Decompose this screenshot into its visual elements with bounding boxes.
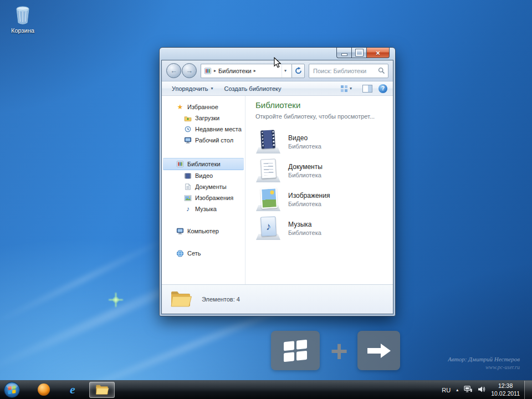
library-item-music[interactable]: ♪ Музыка Библиотека — [255, 214, 386, 243]
sidebar-label: Загрузки — [195, 115, 219, 121]
window-client-area: ← → ▸ Библиотеки ▸ ▾ — [161, 60, 393, 314]
help-button[interactable]: ? — [378, 84, 387, 93]
explorer-window: × ← → ▸ Библиотеки ▸ ▾ — [159, 47, 396, 316]
sidebar-label: Библиотеки — [187, 161, 221, 167]
forward-button[interactable]: → — [182, 63, 197, 78]
library-kind: Библиотека — [288, 201, 330, 207]
wallpaper-sparkle — [109, 293, 123, 307]
downloads-folder-icon — [184, 115, 192, 121]
watermark: Автор: Дмитрий Нестеров www.pc-user.ru — [448, 355, 520, 371]
sidebar-item-recent-places[interactable]: Недавние места — [162, 124, 245, 135]
taskbar: e RU ▴ 12:38 — [0, 380, 532, 399]
maximize-button[interactable] — [352, 48, 367, 58]
search-box[interactable] — [309, 64, 388, 78]
star-icon: ★ — [176, 104, 184, 110]
library-kind: Библиотека — [288, 172, 323, 178]
plus-sign-hint: + — [324, 332, 354, 369]
sidebar-item-favorites[interactable]: ★ Избранное — [162, 101, 245, 112]
address-dropdown-button[interactable]: ▾ — [282, 64, 289, 78]
sidebar-item-videos[interactable]: Видео — [162, 170, 245, 181]
sidebar-label: Музыка — [195, 206, 217, 212]
windows-start-icon — [3, 381, 21, 398]
sidebar-item-desktop[interactable]: Рабочий стол — [162, 135, 245, 146]
clock[interactable]: 12:38 10.02.2011 — [491, 382, 520, 397]
win-key-hint — [271, 331, 320, 370]
breadcrumb-separator-icon[interactable]: ▸ — [254, 68, 256, 73]
organize-button[interactable]: Упорядочить ▾ — [167, 84, 217, 94]
folder-icon — [95, 384, 109, 396]
close-icon: × — [376, 49, 380, 57]
library-item-documents[interactable]: Документы Библиотека — [255, 156, 386, 185]
organize-label: Упорядочить — [172, 85, 208, 92]
music-library-icon: ♪ — [255, 216, 281, 241]
clock-time: 12:38 — [491, 382, 520, 390]
network-globe-icon — [176, 250, 184, 257]
language-indicator[interactable]: RU — [442, 387, 451, 393]
sidebar-label: Изображения — [195, 195, 233, 201]
new-library-button[interactable]: Создать библиотеку — [219, 84, 285, 94]
sidebar-item-network[interactable]: Сеть — [162, 248, 245, 259]
content-pane: Библиотеки Откройте библиотеку, чтобы пр… — [245, 96, 393, 284]
minimize-button[interactable] — [336, 48, 352, 58]
sidebar-item-libraries[interactable]: Библиотеки — [163, 158, 244, 170]
video-library-icon — [255, 130, 281, 154]
breadcrumb-separator-icon: ▸ — [214, 68, 216, 73]
back-button[interactable]: ← — [166, 63, 181, 78]
taskbar-explorer-button[interactable] — [89, 382, 115, 398]
library-name: Музыка — [288, 221, 321, 228]
network-tray-icon[interactable] — [464, 386, 472, 394]
computer-icon — [176, 228, 184, 234]
sidebar-item-pictures[interactable]: Изображения — [162, 192, 245, 203]
watermark-site: www.pc-user.ru — [448, 364, 520, 371]
new-library-label: Создать библиотеку — [224, 85, 281, 92]
library-item-pictures[interactable]: Изображения Библиотека — [255, 185, 386, 214]
volume-tray-icon[interactable] — [478, 386, 485, 394]
start-button[interactable] — [3, 381, 21, 398]
change-view-button[interactable]: ▾ — [336, 84, 356, 94]
folder-icon — [170, 290, 192, 309]
breadcrumb-libraries[interactable]: Библиотеки — [218, 68, 252, 74]
mouse-cursor — [274, 57, 282, 69]
sidebar-item-documents[interactable]: Документы — [162, 181, 245, 192]
watermark-author: Автор: Дмитрий Нестеров — [448, 355, 520, 364]
recycle-bin-desktop-icon[interactable]: Корзина — [7, 4, 39, 34]
refresh-button[interactable] — [291, 64, 305, 78]
sidebar-item-downloads[interactable]: Загрузки — [162, 112, 245, 124]
sidebar-label: Сеть — [187, 250, 201, 257]
details-pane: Элементов: 4 — [162, 284, 393, 314]
close-button[interactable]: × — [367, 48, 390, 58]
preview-pane-button[interactable] — [362, 85, 372, 93]
sidebar-label: Недавние места — [195, 126, 242, 132]
help-icon: ? — [381, 85, 385, 91]
sidebar-label: Рабочий стол — [195, 137, 233, 144]
minimize-icon — [341, 53, 347, 56]
library-name: Документы — [288, 163, 323, 171]
library-item-video[interactable]: Видео Библиотека — [255, 127, 386, 156]
sidebar-item-music[interactable]: ♪ Музыка — [162, 203, 245, 214]
document-icon — [184, 183, 192, 190]
refresh-icon — [295, 67, 302, 74]
libraries-icon — [204, 68, 212, 74]
system-tray: RU ▴ 12:38 10.02.2011 — [442, 382, 532, 397]
documents-library-icon — [255, 158, 281, 183]
show-desktop-button[interactable] — [524, 381, 532, 399]
internet-explorer-icon: e — [70, 383, 75, 396]
tray-expand-icon[interactable]: ▴ — [456, 387, 458, 392]
media-player-icon — [38, 383, 50, 396]
sidebar-item-computer[interactable]: Компьютер — [162, 226, 245, 237]
clock-date: 10.02.2011 — [491, 390, 520, 398]
video-icon — [184, 173, 192, 179]
library-kind: Библиотека — [288, 229, 321, 236]
chevron-down-icon: ▾ — [350, 86, 352, 91]
right-arrow-icon — [366, 341, 392, 360]
maximize-icon — [356, 49, 363, 56]
music-note-icon: ♪ — [265, 221, 271, 232]
recent-places-icon — [184, 126, 192, 132]
search-input[interactable] — [312, 67, 376, 75]
taskbar-internet-explorer-button[interactable]: e — [60, 382, 85, 397]
library-name: Видео — [288, 134, 321, 142]
sidebar-label: Документы — [195, 183, 227, 190]
taskbar-media-player-button[interactable] — [32, 382, 56, 397]
command-toolbar: Упорядочить ▾ Создать библиотеку ▾ ? — [162, 81, 393, 96]
recycle-bin-label: Корзина — [7, 27, 39, 34]
